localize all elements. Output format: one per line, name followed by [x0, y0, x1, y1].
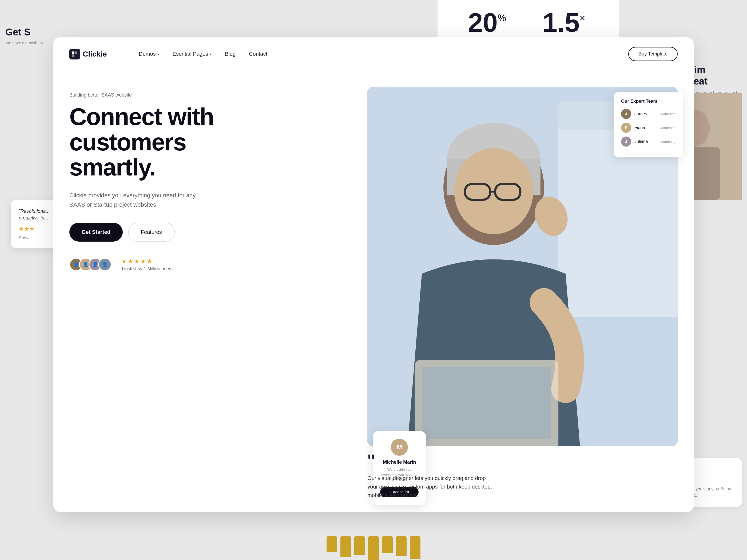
left-top-panel: Get S We have c growth. W	[5, 27, 59, 46]
growth-number: 1.5×	[542, 9, 588, 36]
deco-bar-3	[354, 536, 365, 555]
expert-row-james: J James Marketing	[621, 109, 675, 119]
demos-chevron-icon: ▾	[157, 52, 159, 56]
expert-role-juliana: Marketing	[660, 140, 675, 144]
buy-template-button[interactable]: Buy Template	[628, 47, 678, 61]
expert-avatar-juliana: J	[621, 136, 631, 146]
proof-stars: ★★★★★	[121, 258, 173, 265]
retention-number: 20%	[468, 9, 521, 36]
quote-section: " Our visual designer lets you quickly d…	[367, 455, 678, 505]
svg-rect-18	[422, 367, 551, 439]
expert-name-juliana: Juliana	[635, 139, 657, 144]
deco-bar-4	[368, 536, 379, 560]
deco-bar-6	[396, 536, 407, 556]
proof-text: ★★★★★ Trusted by 1 Million users	[121, 258, 173, 271]
features-button[interactable]: Features	[128, 223, 175, 242]
left-top-desc: We have c growth. W	[5, 40, 59, 46]
nav-blog[interactable]: Blog	[225, 51, 236, 57]
bottom-decoration	[327, 536, 420, 560]
navbar: Clickie Demos ▾ Esential Pages ▾ Blog Co…	[53, 37, 694, 71]
social-proof: 👤 👤 👤 👤 ★★★★★ Trusted by 1 Million users	[69, 258, 351, 271]
expert-role-james: Marketing	[660, 112, 675, 116]
nav-essential[interactable]: Esential Pages ▾	[173, 51, 211, 57]
svg-rect-5	[72, 54, 74, 57]
svg-rect-4	[75, 51, 77, 54]
expert-card: Our Expert Team J James Marketing F Fion…	[614, 92, 683, 157]
logo-icon	[69, 49, 80, 59]
hero-section: Building better SAAS website Connect wit…	[53, 71, 694, 512]
quote-mark-icon: "	[367, 455, 678, 470]
quote-text: Our visual designer lets you quickly dra…	[367, 474, 495, 500]
proof-label: Trusted by 1 Million users	[121, 266, 173, 271]
hero-right: Our Expert Team J James Marketing F Fion…	[367, 87, 678, 505]
hero-description: Clickie provides you everything you need…	[69, 191, 208, 209]
expert-avatar-fiona: F	[621, 123, 631, 133]
essential-chevron-icon: ▾	[210, 52, 211, 56]
expert-avatar-james: J	[621, 109, 631, 119]
hero-left: Building better SAAS website Connect wit…	[69, 87, 351, 505]
hero-tag: Building better SAAS website	[69, 92, 351, 98]
svg-rect-3	[72, 51, 74, 54]
hero-title: Connect with customers smartly.	[69, 104, 351, 180]
expert-row-juliana: J Juliana Marketing	[621, 136, 675, 146]
deco-bar-7	[410, 536, 420, 559]
user-avatars: 👤 👤 👤 👤	[69, 258, 108, 271]
hero-buttons: Get Started Features	[69, 223, 351, 242]
deco-bar-2	[340, 536, 351, 557]
left-top-title: Get S	[5, 27, 59, 38]
deco-bar-1	[327, 536, 337, 552]
logo: Clickie	[69, 49, 107, 59]
expert-name-james: James	[635, 111, 657, 116]
expert-name-fiona: Fiona	[635, 125, 657, 130]
expert-row-fiona: F Fiona Marketing	[621, 123, 675, 133]
nav-demos[interactable]: Demos ▾	[139, 51, 159, 57]
avatar-4: 👤	[98, 258, 111, 271]
expert-role-fiona: Marketing	[660, 126, 675, 130]
nav-links: Demos ▾ Esential Pages ▾ Blog Contact	[139, 51, 612, 57]
deco-bar-5	[382, 536, 393, 553]
profile-avatar: M	[391, 439, 408, 456]
main-card: Clickie Demos ▾ Esential Pages ▾ Blog Co…	[53, 37, 694, 512]
expert-card-title: Our Expert Team	[621, 99, 675, 104]
get-started-button[interactable]: Get Started	[69, 223, 123, 242]
nav-contact[interactable]: Contact	[249, 51, 267, 57]
